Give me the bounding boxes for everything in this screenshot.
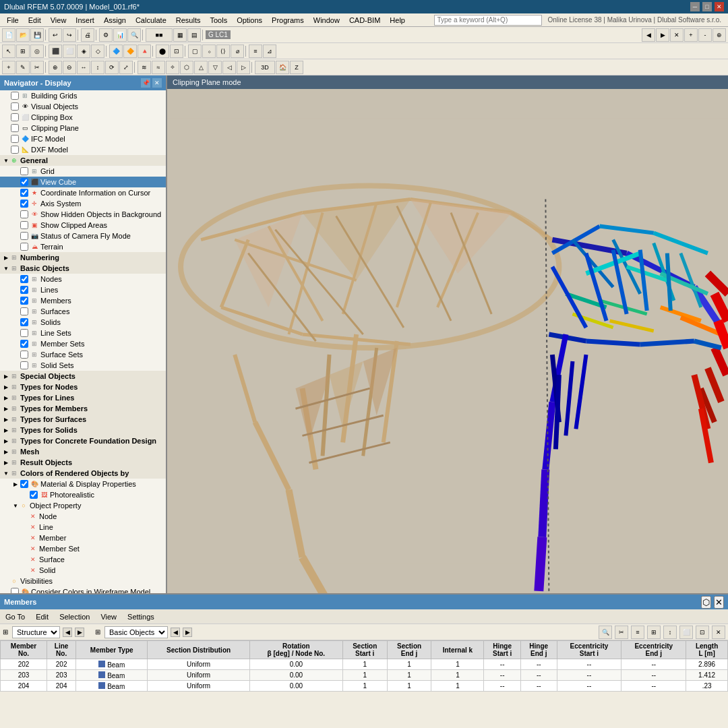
tb3-b19[interactable]: 🏠: [276, 61, 289, 74]
cb-building-grids[interactable]: [11, 92, 19, 100]
members-menu-settings[interactable]: Settings: [125, 611, 157, 622]
nav-pin-button[interactable]: 📌: [141, 78, 150, 88]
tb3-b12[interactable]: ⟡: [166, 61, 179, 74]
tb2-b17[interactable]: ≡: [249, 44, 262, 58]
tree-item-lines[interactable]: ⊞ Lines: [0, 284, 166, 295]
members-float-btn[interactable]: ⬡: [701, 596, 711, 609]
tree-item-members[interactable]: ⊞ Members: [0, 295, 166, 306]
tree-section-types-members[interactable]: ▶ ⊞ Types for Members: [0, 403, 166, 414]
tb2-b3[interactable]: ◎: [30, 44, 44, 58]
members-tb-8[interactable]: ✕: [712, 626, 725, 639]
tree-item-consider-colors[interactable]: 🎨 Consider Colors in Wireframe Model: [0, 586, 166, 593]
close-button[interactable]: ✕: [715, 2, 724, 11]
tb3-b6[interactable]: ↔: [77, 61, 90, 74]
tb3-b8[interactable]: ⟳: [105, 61, 119, 74]
cb-show-clipped[interactable]: [20, 221, 28, 229]
tb2-b2[interactable]: ⊞: [16, 44, 30, 58]
tree-item-surfaces-bo[interactable]: ⊞ Surfaces: [0, 306, 166, 317]
tree-section-types-solids[interactable]: ▶ ⊞ Types for Solids: [0, 425, 166, 435]
tree-item-node-prop[interactable]: ✕ Node: [0, 511, 166, 522]
tree-item-member-sets[interactable]: ⊞ Member Sets: [0, 338, 166, 349]
tb3-b5[interactable]: ⊖: [63, 61, 76, 74]
tb3-b13[interactable]: ⬡: [180, 61, 193, 74]
members-tb-6[interactable]: ⬜: [679, 626, 693, 639]
members-tb-2[interactable]: ✂: [615, 626, 628, 639]
tb-b3[interactable]: 🔍: [127, 28, 141, 42]
cb-show-hidden[interactable]: [20, 210, 28, 218]
cb-dxf[interactable]: [11, 146, 19, 154]
members-tb-4[interactable]: ⊞: [647, 626, 661, 639]
tb3-b16[interactable]: ◁: [222, 61, 236, 74]
tb3-b7[interactable]: ↕: [91, 61, 104, 74]
cb-ifc[interactable]: [11, 135, 19, 143]
members-tb-3[interactable]: ≡: [631, 626, 644, 639]
menu-insert[interactable]: Insert: [71, 15, 98, 26]
menu-window[interactable]: Window: [309, 15, 344, 26]
cb-view-cube[interactable]: [20, 178, 28, 186]
tb3-b15[interactable]: ▽: [208, 61, 222, 74]
tree-item-dxf[interactable]: 📐 DXF Model: [0, 144, 166, 155]
tree-item-visual-objects[interactable]: 👁 Visual Objects: [0, 101, 166, 112]
print-btn[interactable]: 🖨: [81, 28, 94, 42]
next-arrow[interactable]: ▶: [75, 628, 84, 637]
tree-item-coord-info[interactable]: ★ Coordinate Information on Cursor: [0, 187, 166, 198]
tb2-b13[interactable]: ▢: [188, 44, 202, 58]
tb2-b1[interactable]: ↖: [2, 44, 16, 58]
tb-b1[interactable]: ⚙: [99, 28, 113, 42]
menu-options[interactable]: Options: [233, 15, 266, 26]
menu-programs[interactable]: Programs: [268, 15, 308, 26]
cb-status-camera[interactable]: [20, 232, 28, 240]
maximize-button[interactable]: □: [702, 2, 712, 11]
cb-solids-bo[interactable]: [20, 318, 28, 326]
tb3-b2[interactable]: ✎: [16, 61, 30, 74]
undo-btn[interactable]: ↩: [49, 28, 62, 42]
tb-right4[interactable]: +: [684, 28, 698, 42]
tb-b4[interactable]: ■■: [146, 28, 173, 42]
tb2-b4[interactable]: ⬛: [49, 44, 62, 58]
members-menu-goto[interactable]: Go To: [3, 611, 28, 622]
tree-item-material-display[interactable]: ▶ 🎨 Material & Display Properties: [0, 479, 166, 489]
tb3-b20[interactable]: Z: [290, 61, 303, 74]
tb3-b3[interactable]: ✂: [30, 61, 44, 74]
tree-item-visibilities[interactable]: ○ Visibilities: [0, 576, 166, 586]
tb3-b18[interactable]: 3D: [255, 61, 275, 74]
tb2-b10[interactable]: 🔺: [138, 44, 151, 58]
menu-calculate[interactable]: Calculate: [131, 15, 171, 26]
cb-consider-colors[interactable]: [11, 588, 19, 593]
members-tb-7[interactable]: ⊡: [696, 626, 709, 639]
tree-section-types-lines[interactable]: ▶ ⊞ Types for Lines: [0, 392, 166, 403]
table-row[interactable]: 204 204 Beam Uniform 0.00 1 1 1 -- -- --…: [1, 681, 728, 692]
cb-surfaces-bo[interactable]: [20, 307, 28, 315]
cb-members[interactable]: [20, 297, 28, 305]
tree-item-terrain[interactable]: ⛰ Terrain: [0, 241, 166, 252]
tree-section-types-nodes[interactable]: ▶ ⊞ Types for Nodes: [0, 382, 166, 392]
tree-item-member-set-prop[interactable]: ✕ Member Set: [0, 543, 166, 554]
members-menu-view[interactable]: View: [98, 611, 119, 622]
tree-item-surface-prop[interactable]: ✕ Surface: [0, 554, 166, 565]
open-btn[interactable]: 📂: [16, 28, 30, 42]
cb-photorealistic[interactable]: [30, 491, 38, 499]
cb-axis-system[interactable]: [20, 200, 28, 208]
tree-item-solids-bo[interactable]: ⊞ Solids: [0, 317, 166, 328]
tree-item-object-property[interactable]: ▼ ○ Object Property: [0, 500, 166, 511]
tb3-b11[interactable]: ≈: [152, 61, 165, 74]
tb-right3[interactable]: ✕: [670, 28, 684, 42]
table-row[interactable]: 202 202 Beam Uniform 0.00 1 1 1 -- -- --…: [1, 659, 728, 670]
cb-clipping-box[interactable]: [11, 113, 19, 121]
tb-right1[interactable]: ◀: [642, 28, 655, 42]
cb-clipping-plane[interactable]: [11, 124, 19, 132]
tree-item-member-prop[interactable]: ✕ Member: [0, 533, 166, 543]
members-dropdown-type[interactable]: Basic Objects: [104, 626, 168, 638]
tb-b5[interactable]: ▦: [173, 28, 187, 42]
menu-view[interactable]: View: [47, 15, 71, 26]
members-tb-1[interactable]: 🔍: [599, 626, 612, 639]
tb2-b6[interactable]: ◈: [77, 44, 90, 58]
cb-surface-sets[interactable]: [20, 351, 28, 359]
tb-b6[interactable]: ▤: [187, 28, 201, 42]
search-input[interactable]: [434, 15, 542, 26]
viewport-canvas[interactable]: [167, 89, 728, 593]
tree-item-ifc[interactable]: 🔷 IFC Model: [0, 133, 166, 144]
tree-item-show-hidden[interactable]: 👁 Show Hidden Objects in Background: [0, 209, 166, 220]
tree-item-show-clipped[interactable]: ▣ Show Clipped Areas: [0, 220, 166, 231]
new-btn[interactable]: 📄: [2, 28, 16, 42]
